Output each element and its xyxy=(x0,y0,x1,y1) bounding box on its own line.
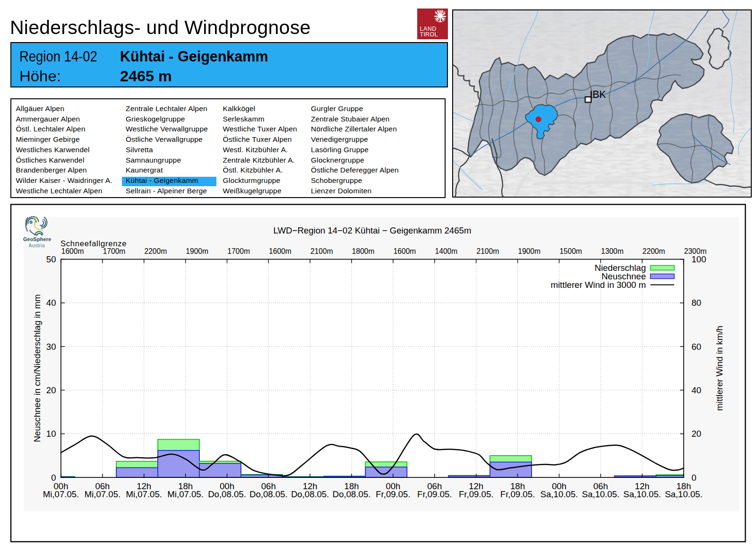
svg-text:80: 80 xyxy=(692,298,702,308)
svg-text:2100m: 2100m xyxy=(476,247,499,255)
svg-text:40: 40 xyxy=(46,298,56,308)
svg-text:1800m: 1800m xyxy=(352,247,375,255)
svg-text:2300m: 2300m xyxy=(684,247,707,255)
svg-text:100: 100 xyxy=(692,254,706,264)
svg-text:Do,08.05.: Do,08.05. xyxy=(333,489,371,499)
svg-text:1600m: 1600m xyxy=(61,247,84,255)
svg-text:1700m: 1700m xyxy=(227,247,250,255)
svg-text:Mi,07.05.: Mi,07.05. xyxy=(43,489,79,499)
svg-text:1700m: 1700m xyxy=(103,247,126,255)
svg-text:20: 20 xyxy=(46,385,56,395)
svg-text:Sa,10.05.: Sa,10.05. xyxy=(582,489,619,499)
svg-text:Sa,10.05.: Sa,10.05. xyxy=(623,489,661,499)
svg-text:50: 50 xyxy=(46,254,56,264)
svg-text:Fr,09.05.: Fr,09.05. xyxy=(376,489,410,499)
svg-text:Fr,09.05.: Fr,09.05. xyxy=(417,489,452,499)
svg-text:20: 20 xyxy=(692,429,702,439)
svg-text:Do,08.05.: Do,08.05. xyxy=(249,489,288,499)
svg-text:Do,08.05.: Do,08.05. xyxy=(208,489,246,499)
svg-text:60: 60 xyxy=(692,342,702,352)
svg-text:Mi,07.05.: Mi,07.05. xyxy=(126,489,162,499)
svg-text:1900m: 1900m xyxy=(186,247,208,255)
svg-text:1600m: 1600m xyxy=(269,247,292,255)
svg-text:2200m: 2200m xyxy=(144,247,167,255)
svg-text:Fr,09.05.: Fr,09.05. xyxy=(500,489,535,499)
svg-text:mittlerer Wind in 3000 m: mittlerer Wind in 3000 m xyxy=(551,280,646,290)
svg-text:10: 10 xyxy=(46,429,56,439)
svg-text:2200m: 2200m xyxy=(643,247,665,255)
svg-text:1600m: 1600m xyxy=(394,247,416,255)
svg-text:mittlerer Wind in km/h: mittlerer Wind in km/h xyxy=(714,326,724,411)
svg-text:1300m: 1300m xyxy=(601,247,624,255)
svg-text:LWD−Region 14−02 Kühtai − Geig: LWD−Region 14−02 Kühtai − Geigenkamm 246… xyxy=(274,225,472,235)
svg-text:30: 30 xyxy=(46,342,56,352)
svg-text:Schneefallgrenze: Schneefallgrenze xyxy=(60,239,127,248)
svg-text:Sa,10.05.: Sa,10.05. xyxy=(541,489,578,499)
svg-text:Sa,10.05.: Sa,10.05. xyxy=(665,489,703,499)
svg-text:1900m: 1900m xyxy=(518,247,541,255)
svg-text:Do,08.05.: Do,08.05. xyxy=(291,489,329,499)
svg-text:Neuschnee in cm/Niederschlag i: Neuschnee in cm/Niederschlag in mm xyxy=(32,294,42,442)
svg-text:1500m: 1500m xyxy=(559,247,582,255)
svg-text:GeoSphere: GeoSphere xyxy=(23,236,51,242)
svg-text:Austria: Austria xyxy=(29,243,45,248)
svg-text:Mi,07.05.: Mi,07.05. xyxy=(167,489,203,499)
svg-text:Mi,07.05.: Mi,07.05. xyxy=(85,489,120,499)
svg-text:1400m: 1400m xyxy=(435,247,458,255)
svg-text:Fr,09.05.: Fr,09.05. xyxy=(459,489,493,499)
svg-text:40: 40 xyxy=(692,385,702,395)
svg-text:2100m: 2100m xyxy=(310,247,333,255)
svg-text:0: 0 xyxy=(692,473,696,483)
